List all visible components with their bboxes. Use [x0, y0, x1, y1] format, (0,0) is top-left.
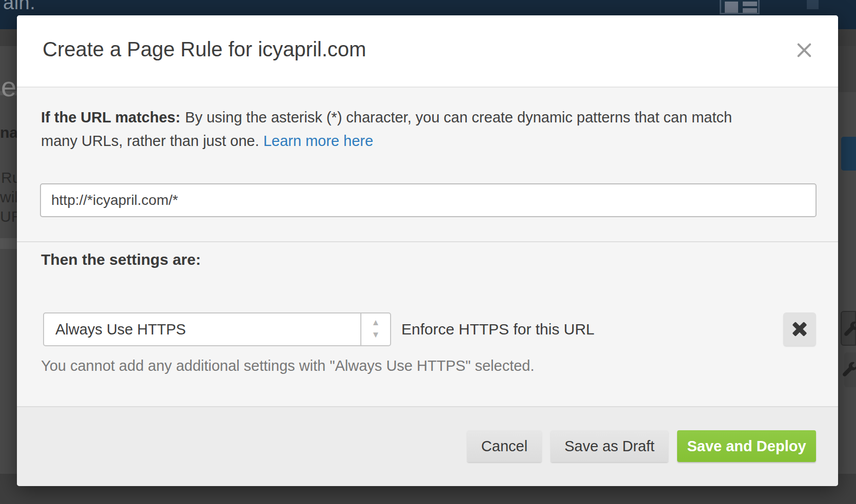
layout-icon — [720, 0, 760, 14]
wrench-icon — [844, 321, 856, 338]
background-text-fragment: e — [1, 71, 16, 102]
save-as-draft-button[interactable]: Save as Draft — [551, 430, 668, 462]
modal-title: Create a Page Rule for icyapril.com — [43, 38, 366, 61]
url-pattern-input[interactable] — [40, 183, 817, 217]
save-and-deploy-button[interactable]: Save and Deploy — [677, 430, 816, 462]
url-match-paragraph: If the URL matches:By using the asterisk… — [41, 106, 759, 153]
setting-select[interactable]: Always Use HTTPS ▲ ▼ — [43, 312, 391, 346]
background-navbar-text: ain. — [3, 0, 35, 14]
chevron-down-icon: ▼ — [361, 330, 390, 339]
select-arrows-zone: ▲ ▼ — [360, 313, 390, 345]
setting-select-value: Always Use HTTPS — [55, 313, 186, 345]
background-wrench-button — [844, 352, 856, 387]
learn-more-link[interactable]: Learn more here — [263, 133, 373, 149]
remove-setting-button[interactable] — [783, 312, 816, 346]
url-match-label: If the URL matches: — [41, 109, 180, 125]
cancel-button[interactable]: Cancel — [467, 430, 542, 462]
modal-header: Create a Page Rule for icyapril.com — [17, 15, 838, 88]
close-icon[interactable] — [792, 38, 817, 62]
background-wrench-button — [841, 311, 856, 346]
settings-heading: Then the settings are: — [41, 251, 201, 268]
modal-footer: Cancel Save as Draft Save and Deploy — [17, 406, 838, 486]
background-band — [839, 46, 856, 92]
create-page-rule-modal: Create a Page Rule for icyapril.com If t… — [17, 15, 838, 486]
chevron-up-icon: ▲ — [361, 318, 390, 327]
background-band — [0, 238, 17, 249]
setting-description: Enforce HTTPS for this URL — [401, 321, 595, 338]
nav-icon-fragment — [807, 0, 819, 9]
section-divider — [17, 241, 838, 242]
wrench-icon — [842, 362, 856, 378]
setting-note: You cannot add any additional settings w… — [41, 358, 535, 374]
background-blue-button-fragment — [841, 137, 856, 171]
